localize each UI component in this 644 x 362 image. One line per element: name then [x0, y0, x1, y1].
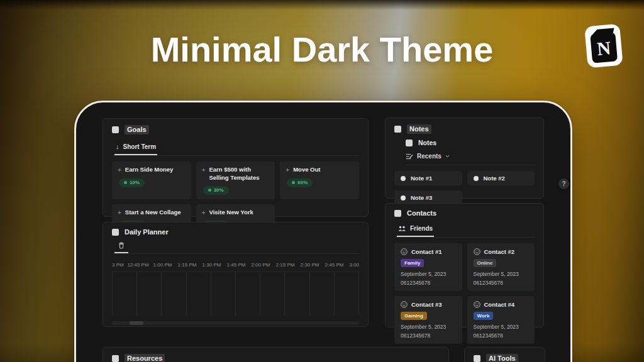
notes-view-selector[interactable]: Recents — [406, 153, 536, 165]
notes-panel: Notes Notes Recents Note #1 Note #2 — [385, 118, 544, 199]
planner-checkbox-icon[interactable] — [112, 229, 119, 236]
contacts-checkbox-icon[interactable] — [394, 210, 401, 217]
goals-checkbox-icon[interactable] — [112, 126, 119, 133]
contact-phone: 0612345678 — [474, 280, 529, 286]
contact-date: September 5, 2023 — [474, 324, 529, 330]
smiley-icon — [474, 248, 480, 255]
tab-short-term[interactable]: ↓ Short Term — [114, 143, 157, 155]
goal-title: Move Out — [293, 166, 320, 175]
contact-name: Contact #4 — [484, 301, 515, 308]
planner-view-tab[interactable] — [114, 242, 128, 253]
contact-phone: 0612345678 — [401, 332, 456, 339]
goal-title: Earn $500 with Selling Templates — [209, 166, 270, 182]
smiley-icon — [474, 301, 480, 308]
notion-logo-icon: N — [582, 20, 625, 73]
contact-name: Contact #2 — [484, 248, 515, 255]
notes-list-title: Notes — [418, 140, 436, 146]
contact-phone: 0612345678 — [474, 332, 529, 339]
svg-text:N: N — [596, 37, 612, 59]
page-title: Minimal Dark Theme — [151, 29, 494, 70]
tab-friends[interactable]: Friends — [397, 225, 434, 237]
contact-date: September 5, 2023 — [474, 271, 529, 277]
notion-dashboard-tablet: Goals ↓ Short Term +Earn Side Money 10% … — [74, 101, 572, 362]
planner-title: Daily Planner — [125, 229, 169, 236]
bullet-icon — [474, 176, 479, 181]
notes-view-label: Recents — [417, 153, 441, 160]
progress-badge: 30% — [203, 186, 229, 195]
goal-title: Visite New York — [209, 209, 253, 217]
resources-checkbox-icon[interactable] — [112, 355, 119, 362]
scrollbar-thumb[interactable] — [130, 321, 143, 325]
smiley-icon — [401, 301, 408, 308]
goals-panel: Goals ↓ Short Term +Earn Side Money 10% … — [103, 118, 369, 217]
note-label: Note #2 — [484, 175, 505, 182]
timeline-grid — [112, 272, 359, 316]
goal-card[interactable]: +Earn $500 with Selling Templates 30% — [196, 162, 275, 199]
plus-icon: + — [286, 166, 289, 175]
resources-panel: Resources — [103, 347, 449, 362]
goal-title: Start a New Collage — [125, 209, 181, 217]
dot-icon — [208, 189, 211, 192]
note-item[interactable]: Note #2 — [467, 171, 535, 185]
timeline-scrollbar[interactable] — [112, 321, 359, 325]
contact-card[interactable]: Contact #4 Work September 5, 2023 061234… — [467, 296, 535, 344]
contact-name: Contact #1 — [411, 248, 442, 255]
daily-planner-panel: Daily Planner 3 PM 12:45 PM 1:00 PM 1:15… — [103, 222, 369, 327]
plus-icon: + — [202, 166, 206, 182]
plus-icon: + — [118, 209, 121, 217]
notes-checkbox-icon[interactable] — [394, 126, 401, 133]
contact-name: Contact #3 — [411, 301, 442, 308]
goal-card[interactable]: +Earn Side Money 10% — [112, 162, 191, 199]
contact-card[interactable]: Contact #3 Gaming September 5, 2023 0612… — [394, 296, 462, 344]
contacts-panel: Contacts Friends — [385, 203, 544, 327]
contact-date: September 5, 2023 — [401, 271, 456, 277]
contacts-title: Contacts — [407, 210, 436, 217]
notes-title: Notes — [407, 124, 431, 134]
dot-icon — [124, 181, 127, 184]
tab-friends-label: Friends — [410, 225, 433, 232]
contact-card[interactable]: Contact #2 Online September 5, 2023 0612… — [467, 243, 535, 291]
ai-tools-panel: AI Tools — [464, 347, 545, 362]
smiley-icon — [401, 248, 408, 255]
contact-phone: 0612345678 — [401, 280, 456, 286]
ai-tools-checkbox-icon[interactable] — [474, 355, 480, 362]
goals-title: Goals — [125, 125, 149, 134]
resources-title: Resources — [125, 354, 165, 362]
notes-list-checkbox-icon[interactable] — [406, 140, 413, 146]
people-icon — [398, 226, 406, 231]
contact-tag: Online — [474, 259, 497, 267]
timeline-labels: 3 PM 12:45 PM 1:00 PM 1:15 PM 1:30 PM 1:… — [112, 262, 359, 268]
chevron-down-icon — [445, 155, 450, 158]
plus-icon: + — [202, 209, 206, 217]
goal-title: Earn Side Money — [125, 166, 174, 175]
plus-icon: + — [118, 166, 121, 175]
progress-badge: 60% — [287, 178, 313, 187]
goal-card[interactable]: +Move Out 60% — [280, 162, 359, 199]
bullet-icon — [401, 176, 406, 181]
contact-date: September 5, 2023 — [401, 324, 456, 330]
progress-badge: 10% — [119, 178, 145, 187]
note-item[interactable]: Note #1 — [394, 171, 462, 185]
note-label: Note #3 — [411, 194, 432, 201]
tab-short-term-label: Short Term — [123, 143, 157, 150]
contact-tag: Work — [474, 312, 494, 320]
ai-tools-title: AI Tools — [486, 354, 518, 362]
trash-icon — [118, 242, 125, 249]
dot-icon — [292, 181, 295, 184]
bullet-icon — [401, 195, 406, 200]
note-label: Note #1 — [411, 175, 432, 182]
help-button[interactable]: ? — [558, 178, 569, 189]
arrow-down-icon: ↓ — [116, 143, 119, 150]
contact-tag: Gaming — [401, 312, 427, 320]
list-edit-icon — [406, 153, 413, 160]
contact-tag: Family — [401, 259, 424, 267]
contact-card[interactable]: Contact #1 Family September 5, 2023 0612… — [394, 243, 462, 291]
